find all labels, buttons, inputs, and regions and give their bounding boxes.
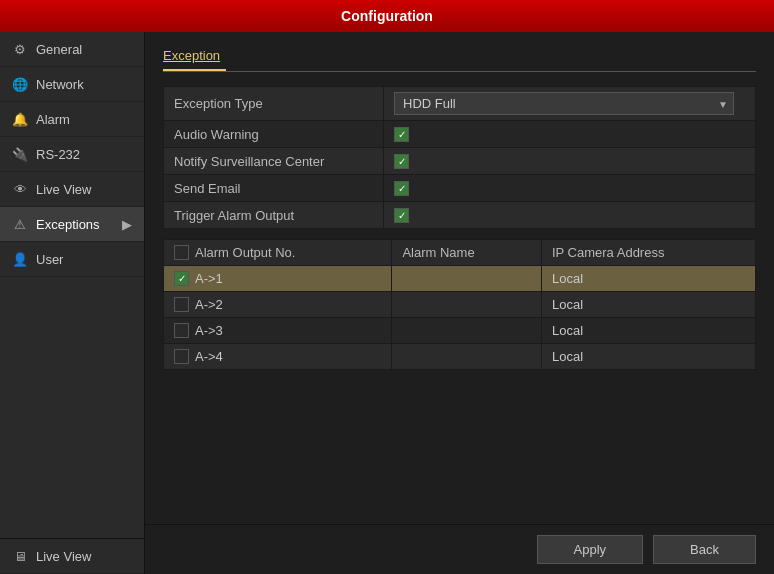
alarm-no-header-label: Alarm Output No.: [195, 245, 295, 260]
alarm-row-3-no: A->3: [164, 318, 392, 344]
alarm-row-4-no: A->4: [164, 344, 392, 370]
notify-surveillance-row: Notify Surveillance Center ✓: [164, 148, 756, 175]
exception-type-label: Exception Type: [164, 87, 384, 121]
sidebar-item-liveview[interactable]: 👁 Live View: [0, 172, 144, 207]
monitor-icon: 🖥: [12, 548, 28, 564]
alarm-no-header-content: Alarm Output No.: [174, 245, 381, 260]
sidebar-item-general[interactable]: ⚙ General: [0, 32, 144, 67]
alarm-row-3-checkbox[interactable]: [174, 323, 189, 338]
alarm-row-4[interactable]: A->4 Local: [164, 344, 756, 370]
send-email-label: Send Email: [164, 175, 384, 202]
sidebar: ⚙ General 🌐 Network 🔔 Alarm 🔌 RS-232 👁 L…: [0, 32, 145, 574]
sidebar-item-rs232[interactable]: 🔌 RS-232: [0, 137, 144, 172]
sidebar-label-liveview: Live View: [36, 182, 91, 197]
alarm-row-1-name: [392, 266, 542, 292]
footer-bar: Apply Back: [145, 524, 774, 574]
sidebar-item-exceptions[interactable]: ⚠ Exceptions ▶: [0, 207, 144, 242]
alarm-row-4-checkbox[interactable]: [174, 349, 189, 364]
audio-warning-cb-cell: ✓: [384, 121, 756, 148]
alarm-row-1-no-label: A->1: [195, 271, 223, 286]
trigger-alarm-cb-cell: ✓: [384, 202, 756, 229]
alarm-row-2-name: [392, 292, 542, 318]
alarm-select-all-checkbox[interactable]: [174, 245, 189, 260]
trigger-alarm-label: Trigger Alarm Output: [164, 202, 384, 229]
tab-exception[interactable]: Exception: [163, 46, 226, 71]
alarm-row-2[interactable]: A->2 Local: [164, 292, 756, 318]
alarm-row-2-no-label: A->2: [195, 297, 223, 312]
network-icon: 🌐: [12, 76, 28, 92]
alarm-output-table: Alarm Output No. Alarm Name IP Camera Ad…: [163, 239, 756, 370]
send-email-cb-cell: ✓: [384, 175, 756, 202]
notify-surveillance-label: Notify Surveillance Center: [164, 148, 384, 175]
sidebar-nav: ⚙ General 🌐 Network 🔔 Alarm 🔌 RS-232 👁 L…: [0, 32, 144, 538]
sidebar-item-user[interactable]: 👤 User: [0, 242, 144, 277]
alarm-row-2-checkbox[interactable]: [174, 297, 189, 312]
gear-icon: ⚙: [12, 41, 28, 57]
apply-button[interactable]: Apply: [537, 535, 644, 564]
main-layout: ⚙ General 🌐 Network 🔔 Alarm 🔌 RS-232 👁 L…: [0, 32, 774, 574]
sidebar-label-alarm: Alarm: [36, 112, 70, 127]
alarm-row-1[interactable]: ✓ A->1 Local: [164, 266, 756, 292]
sidebar-item-network[interactable]: 🌐 Network: [0, 67, 144, 102]
title-bar: Configuration: [0, 0, 774, 32]
tab-header: Exception: [163, 46, 756, 72]
back-button[interactable]: Back: [653, 535, 756, 564]
send-email-checkbox[interactable]: ✓: [394, 181, 409, 196]
exception-type-value-cell: HDD Full HDD Error Network Disconnected …: [384, 87, 756, 121]
alarm-row-3-name: [392, 318, 542, 344]
bell-icon: 🔔: [12, 111, 28, 127]
audio-warning-checkbox[interactable]: ✓: [394, 127, 409, 142]
sidebar-label-rs232: RS-232: [36, 147, 80, 162]
alarm-row-4-no-label: A->4: [195, 349, 223, 364]
sidebar-footer: 🖥 Live View: [0, 538, 144, 574]
user-icon: 👤: [12, 251, 28, 267]
alarm-row-1-ip: Local: [541, 266, 755, 292]
sidebar-footer-label: Live View: [36, 549, 91, 564]
alarm-row-1-no: ✓ A->1: [164, 266, 392, 292]
alarm-row-1-checkbox[interactable]: ✓: [174, 271, 189, 286]
warning-icon: ⚠: [12, 216, 28, 232]
exception-type-row: Exception Type HDD Full HDD Error Networ…: [164, 87, 756, 121]
alarm-row-4-name: [392, 344, 542, 370]
sidebar-footer-liveview[interactable]: 🖥 Live View: [0, 539, 144, 574]
trigger-alarm-row: Trigger Alarm Output ✓: [164, 202, 756, 229]
alarm-row-4-ip: Local: [541, 344, 755, 370]
eye-icon: 👁: [12, 181, 28, 197]
alarm-row-2-no: A->2: [164, 292, 392, 318]
alarm-row-3-no-label: A->3: [195, 323, 223, 338]
chevron-right-icon: ▶: [122, 217, 132, 232]
alarm-row-3[interactable]: A->3 Local: [164, 318, 756, 344]
audio-warning-label: Audio Warning: [164, 121, 384, 148]
content-area: Exception Exception Type HDD Full HDD Er…: [145, 32, 774, 574]
alarm-table-header-row: Alarm Output No. Alarm Name IP Camera Ad…: [164, 240, 756, 266]
sidebar-label-general: General: [36, 42, 82, 57]
sidebar-label-user: User: [36, 252, 63, 267]
content-inner: Exception Exception Type HDD Full HDD Er…: [145, 32, 774, 524]
alarm-name-header: Alarm Name: [392, 240, 542, 266]
plug-icon: 🔌: [12, 146, 28, 162]
send-email-row: Send Email ✓: [164, 175, 756, 202]
audio-warning-row: Audio Warning ✓: [164, 121, 756, 148]
exception-type-select-wrapper: HDD Full HDD Error Network Disconnected …: [394, 92, 734, 115]
sidebar-label-network: Network: [36, 77, 84, 92]
notify-surveillance-checkbox[interactable]: ✓: [394, 154, 409, 169]
sidebar-item-alarm[interactable]: 🔔 Alarm: [0, 102, 144, 137]
alarm-row-3-ip: Local: [541, 318, 755, 344]
form-table: Exception Type HDD Full HDD Error Networ…: [163, 86, 756, 229]
title-text: Configuration: [341, 8, 433, 24]
alarm-no-header: Alarm Output No.: [164, 240, 392, 266]
notify-surveillance-cb-cell: ✓: [384, 148, 756, 175]
exception-type-select[interactable]: HDD Full HDD Error Network Disconnected …: [394, 92, 734, 115]
alarm-row-2-ip: Local: [541, 292, 755, 318]
trigger-alarm-checkbox[interactable]: ✓: [394, 208, 409, 223]
alarm-ip-header: IP Camera Address: [541, 240, 755, 266]
sidebar-label-exceptions: Exceptions: [36, 217, 100, 232]
